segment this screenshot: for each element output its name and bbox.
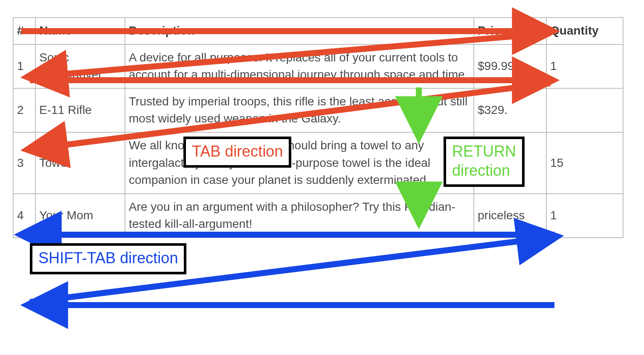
cell-price: $329. bbox=[474, 88, 546, 132]
col-header-description: Description bbox=[125, 17, 474, 44]
shift-tab-direction-arrows bbox=[23, 235, 554, 305]
col-header-name: Name bbox=[35, 17, 125, 44]
cell-description: We all know that you always should bring… bbox=[125, 132, 474, 194]
cell-quantity: 15 bbox=[546, 132, 623, 194]
table-row: 4 Your Mom Are you in an argument with a… bbox=[13, 194, 623, 238]
cell-quantity: 1 bbox=[546, 194, 623, 238]
cell-description: Are you in an argument with a philosophe… bbox=[125, 194, 474, 238]
cell-quantity bbox=[546, 88, 623, 132]
svg-line-7 bbox=[30, 237, 554, 302]
cell-price: $12.30 bbox=[474, 132, 546, 194]
diagram-stage: # Name Description Price Quantity 1 Soni… bbox=[0, 0, 644, 355]
cell-price: priceless bbox=[474, 194, 546, 238]
cell-name: Your Mom bbox=[35, 194, 125, 238]
cell-index: 2 bbox=[13, 88, 35, 132]
cell-name: Towel bbox=[35, 132, 125, 194]
cell-description: Trusted by imperial troops, this rifle i… bbox=[125, 88, 474, 132]
table-row: 3 Towel We all know that you always shou… bbox=[13, 132, 623, 194]
cell-description: A device for all purposes. It replaces a… bbox=[125, 44, 474, 88]
cell-price: $99.99 bbox=[474, 44, 546, 88]
cell-index: 4 bbox=[13, 194, 35, 238]
data-table: # Name Description Price Quantity 1 Soni… bbox=[13, 17, 624, 238]
cell-name: Sonic Screwdriver bbox=[35, 44, 125, 88]
table-row: 2 E-11 Rifle Trusted by imperial troops,… bbox=[13, 88, 623, 132]
table-row: 1 Sonic Screwdriver A device for all pur… bbox=[13, 44, 623, 88]
col-header-index: # bbox=[13, 17, 35, 44]
cell-name: E-11 Rifle bbox=[35, 88, 125, 132]
cell-quantity: 1 bbox=[546, 44, 623, 88]
cell-index: 1 bbox=[13, 44, 35, 88]
cell-index: 3 bbox=[13, 132, 35, 194]
shift-tab-direction-label: SHIFT-TAB direction bbox=[30, 243, 186, 274]
col-header-quantity: Quantity bbox=[546, 17, 623, 44]
table-header-row: # Name Description Price Quantity bbox=[13, 17, 623, 44]
col-header-price: Price bbox=[474, 17, 546, 44]
